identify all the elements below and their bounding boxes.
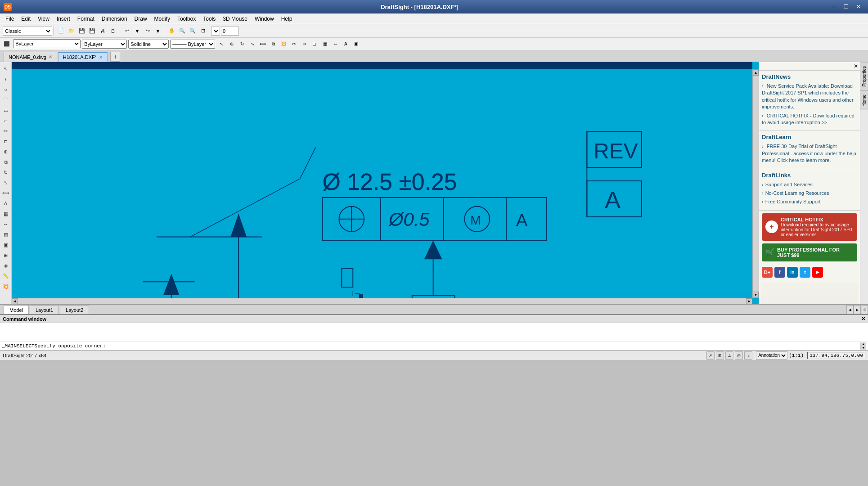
text-button[interactable]: A: [341, 39, 351, 49]
layer-manager-button[interactable]: ⬛: [2, 39, 12, 49]
saveas-button[interactable]: 💾: [87, 26, 97, 36]
menu-insert[interactable]: Insert: [53, 15, 74, 23]
menu-toolbox[interactable]: Toolbox: [174, 15, 199, 23]
left-rectangle-tool[interactable]: ▭: [1, 105, 11, 115]
linetype-selector[interactable]: ByLayer: [82, 40, 127, 49]
draftnews-item-2[interactable]: CRITICAL HOTFIX - Download required to a…: [762, 112, 857, 126]
tab-layout2[interactable]: Layout2: [60, 305, 89, 314]
open-button[interactable]: 📁: [67, 26, 76, 36]
cursor-snap-button[interactable]: ↗: [706, 351, 715, 360]
zoom-out-button[interactable]: 🔍: [188, 26, 198, 36]
canvas-scrollbar-bottom[interactable]: ◄ ►: [12, 298, 752, 304]
move-button[interactable]: ⊕: [227, 39, 237, 49]
left-hatch-tool[interactable]: ▦: [1, 209, 11, 219]
restore-button[interactable]: ❐: [840, 2, 852, 11]
hatch-button[interactable]: ▦: [320, 39, 330, 49]
zoom-fit-button[interactable]: ⊡: [198, 26, 208, 36]
left-arc-tool[interactable]: ⌒: [1, 95, 11, 105]
redo-button[interactable]: ↪: [143, 26, 153, 36]
canvas-area[interactable]: Ø 12.5 ±0.25 Ø0.5 M A: [12, 62, 759, 304]
left-extend-tool[interactable]: ⊏: [1, 136, 11, 146]
home-tab[interactable]: Home: [860, 90, 868, 110]
left-block-tool[interactable]: ▣: [1, 240, 11, 250]
scroll-right-button[interactable]: ►: [746, 298, 752, 304]
draftsight-plus-icon[interactable]: D+: [762, 267, 773, 278]
new-tab-button[interactable]: +: [110, 52, 120, 62]
point-field[interactable]: [221, 27, 239, 36]
rotate-button[interactable]: ↻: [237, 39, 247, 49]
left-circle-tool[interactable]: ○: [1, 85, 11, 94]
hotfix-banner[interactable]: + CRITICAL HOTFIX Download required to a…: [762, 213, 857, 241]
linkedin-icon[interactable]: in: [787, 267, 798, 278]
left-mirror-tool[interactable]: ⟺: [1, 188, 11, 198]
extend-button[interactable]: ⊃: [299, 39, 309, 49]
menu-tools[interactable]: Tools: [199, 15, 219, 23]
menu-draw[interactable]: Draw: [131, 15, 151, 23]
command-scroll[interactable]: ▲ ▼: [860, 342, 866, 350]
cmd-scroll-down[interactable]: ▼: [860, 346, 866, 350]
left-select-tool[interactable]: ↖: [1, 64, 11, 74]
left-move-tool[interactable]: ⊕: [1, 147, 11, 157]
zoom-in-button[interactable]: 🔍: [177, 26, 187, 36]
left-trim-tool[interactable]: ✂: [1, 126, 11, 136]
panel-close-icon[interactable]: ✕: [854, 63, 858, 69]
menu-view[interactable]: View: [34, 15, 53, 23]
menu-format[interactable]: Format: [74, 15, 98, 23]
tab-h18201a-close[interactable]: ✕: [99, 55, 103, 60]
command-close-button[interactable]: ✕: [861, 316, 865, 322]
tab-h18201a[interactable]: H18201A.DXF* ✕: [58, 52, 108, 62]
dimension-button[interactable]: ↔: [330, 39, 340, 49]
left-text-tool[interactable]: A: [1, 198, 11, 208]
left-snap-tool[interactable]: ⊞: [1, 250, 11, 260]
offset-button[interactable]: ⊐: [310, 39, 319, 49]
draftnews-link-2[interactable]: CRITICAL HOTFIX - Download required to a…: [762, 113, 855, 125]
grid-button[interactable]: ⊞: [716, 351, 724, 360]
command-input[interactable]: [107, 343, 860, 349]
scrollbar-right-track[interactable]: [753, 76, 759, 292]
minimize-button[interactable]: ─: [828, 2, 839, 11]
scale-button[interactable]: ⤡: [247, 39, 257, 49]
ortho-button[interactable]: ⊥: [725, 351, 733, 360]
nav-left-button[interactable]: ◄: [846, 305, 854, 314]
properties-tab[interactable]: Properties: [860, 62, 868, 90]
left-3d-tool[interactable]: ◈: [1, 261, 11, 270]
linestyle-selector[interactable]: Solid line: [128, 40, 169, 49]
save-button[interactable]: 💾: [77, 26, 87, 36]
tab-layout1[interactable]: Layout1: [30, 305, 59, 314]
scrollbar-bottom-track[interactable]: [18, 298, 746, 304]
left-copy-tool[interactable]: ⧉: [1, 157, 11, 167]
draftlinks-item-3[interactable]: Free Community Support: [762, 198, 857, 205]
tab-noname[interactable]: NONAME_0.dwg ✕: [4, 52, 57, 62]
object-snap-button[interactable]: ⬦: [744, 351, 752, 360]
print-preview-button[interactable]: 🗋: [108, 26, 118, 36]
menu-3dmouse[interactable]: 3D Mouse: [219, 15, 251, 23]
youtube-icon[interactable]: ▶: [812, 267, 823, 278]
draftlearn-link-1[interactable]: FREE 30-Day Trial of DraftSight Professi…: [762, 144, 856, 163]
draftnews-link-1[interactable]: New Service Pack Available: Download Dra…: [762, 83, 854, 109]
preset-selector[interactable]: Classic: [3, 27, 52, 36]
menu-help[interactable]: Help: [278, 15, 296, 23]
layer-selector[interactable]: ByLayer: [13, 39, 81, 48]
left-layer-tool[interactable]: ▤: [1, 230, 11, 239]
copy-button[interactable]: ⧉: [268, 39, 278, 49]
draftnews-item-1[interactable]: New Service Pack Available: Download Dra…: [762, 83, 857, 111]
nav-right-button[interactable]: ►: [854, 305, 861, 314]
scroll-up-button[interactable]: ▲: [753, 69, 759, 76]
facebook-icon[interactable]: f: [774, 267, 785, 278]
buy-banner[interactable]: 🛒 BUY PROFESSIONAL FOR JUST $99: [762, 243, 857, 261]
polar-button[interactable]: ◎: [735, 351, 743, 360]
tab-noname-close[interactable]: ✕: [49, 54, 52, 59]
menu-file[interactable]: File: [2, 15, 18, 23]
learning-link[interactable]: No-Cost Learning Resources: [765, 190, 829, 196]
annotation-scale-select[interactable]: Annotation: [756, 351, 787, 360]
lineweight-selector[interactable]: ──── ByLayer: [170, 40, 215, 49]
menu-dimension[interactable]: Dimension: [98, 15, 131, 23]
canvas-scrollbar-right[interactable]: ▲ ▼: [752, 69, 759, 298]
undo-button[interactable]: ↩: [122, 26, 132, 36]
left-scale-tool[interactable]: ⤡: [1, 178, 11, 188]
redo-dropdown[interactable]: ▼: [153, 26, 163, 36]
draftlearn-item-1[interactable]: FREE 30-Day Trial of DraftSight Professi…: [762, 143, 857, 164]
draftlinks-item-1[interactable]: Support and Services: [762, 181, 857, 188]
cmd-scroll-up[interactable]: ▲: [860, 342, 866, 346]
close-button[interactable]: ✕: [853, 2, 864, 11]
